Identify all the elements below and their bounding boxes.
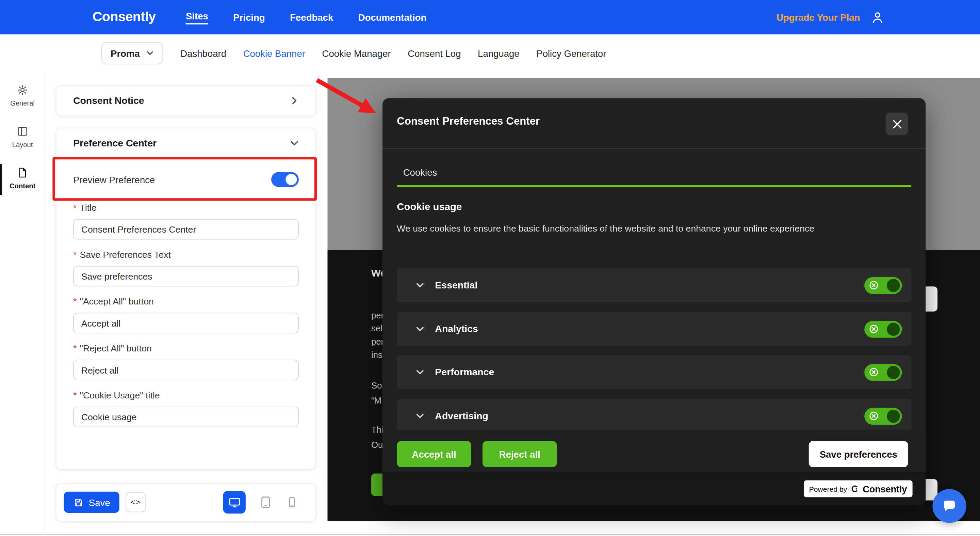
cookie-usage-description: We use cookies to ensure the basic funct… bbox=[397, 223, 814, 233]
required-marker: * bbox=[73, 250, 76, 260]
field-label: Save Preferences Text bbox=[80, 250, 170, 260]
nav-link-feedback[interactable]: Feedback bbox=[290, 12, 333, 22]
desktop-preview-button[interactable] bbox=[223, 491, 246, 514]
category-label: Analytics bbox=[435, 324, 478, 335]
field-accept-all: *"Accept All" button bbox=[73, 297, 299, 333]
site-selector[interactable]: Proma bbox=[102, 42, 163, 64]
tab-dashboard[interactable]: Dashboard bbox=[180, 48, 226, 59]
analytics-toggle[interactable] bbox=[864, 321, 902, 337]
save-preferences-button[interactable]: Save preferences bbox=[809, 441, 908, 467]
field-label: "Cookie Usage" title bbox=[80, 390, 159, 400]
banner-fragment: per bbox=[371, 310, 384, 320]
cookie-usage-heading: Cookie usage bbox=[397, 201, 462, 212]
save-button-label: Save bbox=[89, 497, 110, 507]
field-label: "Accept All" button bbox=[80, 297, 153, 306]
category-row-essential[interactable]: Essential bbox=[397, 268, 911, 302]
modal-close-button[interactable] bbox=[886, 113, 908, 135]
circle-x-icon bbox=[869, 367, 878, 377]
save-button[interactable]: Save bbox=[64, 492, 119, 513]
cookie-usage-input[interactable] bbox=[73, 407, 299, 428]
modal-title: Consent Preferences Center bbox=[397, 115, 540, 128]
account-icon[interactable] bbox=[870, 10, 885, 24]
tab-consent-log[interactable]: Consent Log bbox=[408, 48, 461, 59]
banner-fragment: Ou bbox=[371, 440, 383, 450]
title-input[interactable] bbox=[73, 219, 299, 240]
sidebar-item-label: Content bbox=[0, 182, 45, 189]
chevron-down-icon bbox=[415, 324, 424, 333]
category-row-analytics[interactable]: Analytics bbox=[397, 312, 911, 346]
site-selector-value: Proma bbox=[111, 48, 140, 59]
cookies-tab-underline bbox=[397, 185, 911, 187]
required-marker: * bbox=[73, 390, 76, 400]
save-icon bbox=[73, 497, 84, 507]
modal-divider bbox=[382, 148, 926, 149]
category-row-advertising[interactable]: Advertising bbox=[397, 399, 911, 433]
banner-fragment: “M bbox=[371, 396, 382, 405]
tab-language[interactable]: Language bbox=[478, 48, 520, 59]
sidebar-item-content[interactable]: Content bbox=[0, 161, 45, 198]
editor-sidebar: General Layout Content bbox=[0, 72, 45, 534]
reject-all-button[interactable]: Reject all bbox=[482, 441, 557, 467]
site-bar: Proma Dashboard Cookie Banner Cookie Man… bbox=[0, 34, 980, 72]
toggle-knob bbox=[886, 322, 900, 336]
field-label: Title bbox=[80, 203, 96, 212]
preview-preference-row: Preview Preference bbox=[56, 158, 315, 200]
advertising-toggle[interactable] bbox=[864, 408, 902, 424]
close-icon bbox=[892, 119, 902, 129]
page-bottom-border bbox=[0, 534, 980, 535]
chevron-down-icon bbox=[146, 49, 153, 57]
preview-preference-toggle[interactable] bbox=[271, 172, 299, 187]
consently-logo[interactable]: Consently bbox=[92, 10, 156, 25]
category-label: Essential bbox=[435, 279, 477, 291]
powered-by-badge[interactable]: Powered by Consently bbox=[803, 480, 912, 498]
tab-cookie-banner[interactable]: Cookie Banner bbox=[243, 48, 305, 59]
tab-cookie-manager[interactable]: Cookie Manager bbox=[322, 48, 391, 59]
category-label: Performance bbox=[435, 367, 494, 378]
sidebar-item-label: Layout bbox=[0, 140, 45, 148]
chat-widget-button[interactable] bbox=[932, 489, 966, 523]
nav-link-documentation[interactable]: Documentation bbox=[358, 12, 427, 22]
chevron-down-icon bbox=[415, 412, 424, 421]
monitor-icon bbox=[228, 496, 241, 509]
tablet-preview-button[interactable] bbox=[259, 496, 272, 509]
powered-by-brand: Consently bbox=[862, 483, 907, 494]
reject-all-input[interactable] bbox=[73, 360, 299, 380]
nav-link-pricing[interactable]: Pricing bbox=[233, 12, 265, 22]
powered-by-label: Powered by bbox=[809, 485, 847, 492]
category-row-performance[interactable]: Performance bbox=[397, 355, 911, 389]
accept-all-button[interactable]: Accept all bbox=[397, 441, 471, 467]
sidebar-item-layout[interactable]: Layout bbox=[0, 120, 45, 156]
toggle-knob bbox=[886, 279, 900, 292]
upgrade-plan-link[interactable]: Upgrade Your Plan bbox=[776, 12, 860, 22]
essential-toggle[interactable] bbox=[864, 277, 902, 294]
preview-preference-label: Preview Preference bbox=[73, 174, 155, 185]
preference-center-header[interactable]: Preference Center bbox=[56, 128, 315, 158]
category-label: Advertising bbox=[435, 410, 488, 421]
bottom-toolbar: Save <> bbox=[56, 483, 315, 521]
banner-fragment: Thi bbox=[371, 424, 383, 434]
field-title: *Title bbox=[73, 203, 299, 239]
tab-policy-generator[interactable]: Policy Generator bbox=[536, 48, 606, 59]
sidebar-item-general[interactable]: General bbox=[0, 79, 45, 115]
consent-notice-card: Consent Notice bbox=[56, 86, 315, 116]
banner-fragment: per bbox=[371, 337, 384, 346]
toggle-knob bbox=[886, 409, 900, 423]
banner-fragment: ins bbox=[371, 350, 382, 360]
nav-link-sites[interactable]: Sites bbox=[186, 10, 208, 24]
cookies-tab[interactable]: Cookies bbox=[403, 167, 437, 177]
content-fields: *Title *Save Preferences Text *"Accept A… bbox=[56, 200, 315, 428]
chevron-right-icon bbox=[290, 96, 299, 105]
code-button[interactable]: <> bbox=[126, 492, 146, 512]
site-tabs: Dashboard Cookie Banner Cookie Manager C… bbox=[180, 48, 606, 59]
accept-all-input[interactable] bbox=[73, 313, 299, 333]
field-reject-all: *"Reject All" button bbox=[73, 343, 299, 380]
top-navbar: Consently Sites Pricing Feedback Documen… bbox=[0, 0, 980, 34]
mobile-preview-button[interactable] bbox=[285, 496, 298, 509]
consent-notice-header[interactable]: Consent Notice bbox=[56, 86, 315, 116]
save-preferences-text-input[interactable] bbox=[73, 266, 299, 287]
layout-icon bbox=[0, 124, 45, 139]
preference-center-card: Preference Center Preview Preference *Ti… bbox=[56, 128, 315, 469]
nav-links: Sites Pricing Feedback Documentation bbox=[186, 10, 426, 24]
performance-toggle[interactable] bbox=[864, 364, 902, 381]
circle-x-icon bbox=[869, 324, 878, 334]
